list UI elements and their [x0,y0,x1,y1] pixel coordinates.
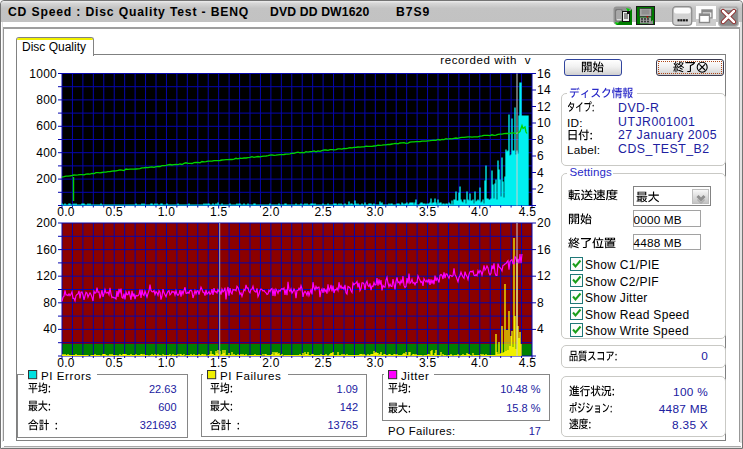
svg-text:3.5: 3.5 [419,205,437,219]
svg-text:2.5: 2.5 [314,356,332,370]
svg-text:200: 200 [36,216,57,230]
svg-text:12: 12 [537,269,551,283]
svg-text:160: 160 [36,243,57,257]
svg-text:1.5: 1.5 [210,356,228,370]
svg-text:16: 16 [537,67,551,81]
svg-text:10: 10 [537,116,551,130]
svg-text:6: 6 [537,149,544,163]
svg-text:200: 200 [36,172,57,186]
svg-text:4.0: 4.0 [471,356,489,370]
svg-text:1.5: 1.5 [210,205,228,219]
svg-text:3.0: 3.0 [367,205,385,219]
svg-text:80: 80 [43,296,57,310]
svg-text:8: 8 [537,296,544,310]
svg-text:40: 40 [43,322,57,336]
svg-text:600: 600 [36,119,57,133]
svg-text:1.0: 1.0 [158,356,176,370]
svg-text:3.0: 3.0 [367,356,385,370]
svg-text:12: 12 [537,100,551,114]
svg-text:1000: 1000 [29,67,57,81]
svg-text:4.5: 4.5 [519,356,537,370]
svg-text:0.5: 0.5 [105,356,123,370]
svg-text:14: 14 [537,83,551,97]
svg-text:8: 8 [537,133,544,147]
svg-text:120: 120 [36,269,57,283]
svg-text:3.5: 3.5 [419,356,437,370]
svg-text:1.0: 1.0 [158,205,176,219]
svg-text:0.0: 0.0 [57,356,75,370]
svg-text:2: 2 [537,182,544,196]
svg-text:2.5: 2.5 [314,205,332,219]
svg-text:20: 20 [537,216,551,230]
svg-text:recorded with v: recorded with v [440,54,531,66]
svg-text:2.0: 2.0 [262,356,280,370]
svg-text:16: 16 [537,243,551,257]
svg-text:2.0: 2.0 [262,205,280,219]
svg-text:0.5: 0.5 [105,205,123,219]
svg-text:0.0: 0.0 [57,205,75,219]
svg-text:4: 4 [537,166,544,180]
svg-text:400: 400 [36,146,57,160]
svg-text:800: 800 [36,93,57,107]
svg-text:4.5: 4.5 [519,205,537,219]
svg-text:4.0: 4.0 [471,205,489,219]
svg-text:4: 4 [537,322,544,336]
